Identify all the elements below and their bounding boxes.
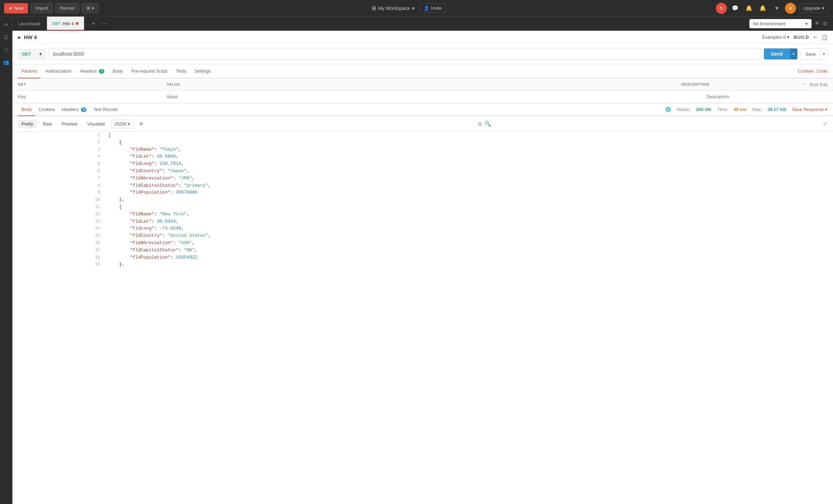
authorization-tab[interactable]: Authorization bbox=[42, 64, 75, 78]
filter-button[interactable]: ≡ bbox=[136, 119, 146, 129]
tests-tab[interactable]: Tests bbox=[172, 64, 189, 78]
line-content: "fldLat": 35.6850, bbox=[105, 153, 833, 160]
bulk-edit-button[interactable]: Bulk Edit bbox=[810, 82, 827, 87]
workspace-chevron-icon: ▾ bbox=[412, 6, 414, 11]
save-response-label: Save Response bbox=[792, 107, 824, 112]
line-number: 6 bbox=[12, 168, 105, 175]
line-content: "fldAbreviation": "JPN", bbox=[105, 175, 833, 182]
cookies-link[interactable]: Cookies bbox=[798, 68, 814, 74]
collapse-button[interactable]: ▶ bbox=[18, 35, 21, 40]
url-bar: GET ▾ Send ▾ Save ▾ bbox=[12, 44, 833, 64]
launchpad-tab[interactable]: Launchpad bbox=[12, 17, 47, 30]
save-response-button[interactable]: Save Response ▾ bbox=[792, 107, 827, 112]
params-more-button[interactable]: ··· bbox=[802, 81, 807, 87]
code-line: 14 "fldLong": -73.9249, bbox=[12, 225, 833, 232]
sidebar-users-icon[interactable]: 👥 bbox=[1, 57, 12, 68]
line-number: 10 bbox=[12, 196, 105, 204]
preview-button[interactable]: Preview bbox=[58, 120, 81, 128]
workspace-center: ⊞ My Workspace ▾ 👤 Invite bbox=[101, 3, 713, 13]
line-number: 1 bbox=[12, 132, 105, 139]
response-headers-tab[interactable]: Headers 4 bbox=[58, 103, 90, 116]
search-button[interactable]: 🔍 bbox=[485, 121, 491, 127]
line-content: "fldLat": 40.6943, bbox=[105, 218, 833, 225]
response-body-tab[interactable]: Body bbox=[18, 103, 35, 116]
value-header: VALUE bbox=[167, 82, 681, 86]
env-select[interactable]: No Environment ▾ bbox=[749, 19, 812, 28]
params-tab[interactable]: Params bbox=[18, 64, 40, 78]
status-label: Status: bbox=[676, 107, 690, 112]
save-button[interactable]: Save bbox=[800, 48, 821, 60]
send-button[interactable]: Send bbox=[764, 48, 789, 59]
runner-button[interactable]: Runner bbox=[55, 3, 79, 13]
visualize-button[interactable]: Visualize bbox=[84, 120, 109, 128]
prerequest-tab[interactable]: Pre-request Script bbox=[128, 64, 171, 78]
sidebar-history-icon[interactable]: ⟳ bbox=[1, 19, 12, 30]
add-tab-button[interactable]: + bbox=[88, 19, 98, 28]
sidebar-collections-icon[interactable]: ☰ bbox=[1, 32, 12, 43]
raw-button[interactable]: Raw bbox=[39, 120, 55, 128]
sidebar-environments-icon[interactable]: ◻ bbox=[1, 44, 12, 55]
main-layout: ⟳ ☰ ◻ 👥 Launchpad GET HW 4 + ··· bbox=[0, 17, 833, 504]
req-tab-right: Cookies Code bbox=[798, 68, 827, 74]
settings-tab[interactable]: Settings bbox=[191, 64, 214, 78]
new-button[interactable]: + New bbox=[4, 3, 28, 13]
desc-header: DESCRIPTION bbox=[681, 82, 802, 86]
workspace-label: My Workspace bbox=[378, 6, 410, 11]
line-content: }, bbox=[105, 261, 833, 268]
test-results-tab[interactable]: Test Results bbox=[90, 103, 121, 116]
comments-button[interactable]: 💬 bbox=[730, 3, 741, 14]
notes-button[interactable]: 📋 bbox=[822, 35, 827, 40]
desc-input[interactable] bbox=[706, 93, 827, 100]
workspace-button[interactable]: ⊞ My Workspace ▾ bbox=[369, 3, 417, 13]
notifications-button[interactable]: 🔔 bbox=[743, 3, 755, 14]
response-cookies-tab[interactable]: Cookies bbox=[35, 103, 58, 116]
avatar-button[interactable]: U bbox=[785, 3, 796, 14]
alerts-button[interactable]: 🔔 bbox=[757, 3, 768, 14]
headers-tab[interactable]: Headers 6 bbox=[76, 64, 108, 78]
copy-button[interactable]: ⧉ bbox=[478, 121, 482, 127]
invite-button[interactable]: 👤 Invite bbox=[420, 3, 446, 13]
send-dropdown-button[interactable]: ▾ bbox=[789, 48, 797, 59]
value-input[interactable] bbox=[167, 93, 706, 100]
url-input[interactable] bbox=[48, 48, 761, 60]
collection-button[interactable]: ⊞ ▾ bbox=[82, 3, 99, 13]
save-dropdown-button[interactable]: ▾ bbox=[821, 48, 827, 60]
code-area[interactable]: 1 [ 2 { 3 "fldName": "Tokyo", 4 "fldLat"… bbox=[12, 132, 833, 504]
collection-icon: ⊞ bbox=[86, 6, 90, 11]
env-eye-button[interactable]: 👁 bbox=[814, 20, 820, 27]
pretty-button[interactable]: Pretty bbox=[18, 120, 37, 128]
env-settings-button[interactable]: ⚙ bbox=[823, 20, 827, 27]
upgrade-button[interactable]: Upgrade ▾ bbox=[799, 3, 829, 13]
key-input[interactable] bbox=[18, 93, 167, 100]
code-line: 13 "fldLat": 40.6943, bbox=[12, 218, 833, 225]
import-button[interactable]: Import bbox=[31, 3, 53, 13]
collapse-response-button[interactable]: ⤢ bbox=[823, 121, 827, 127]
format-chevron-icon: ▾ bbox=[128, 121, 130, 127]
line-content: "fldLong": 139.7514, bbox=[105, 160, 833, 168]
method-select[interactable]: GET ▾ bbox=[18, 49, 46, 59]
build-button[interactable]: BUILD bbox=[794, 35, 809, 40]
code-line: 3 "fldName": "Tokyo", bbox=[12, 146, 833, 153]
code-line: 18 "fldPopulation": 19354922 bbox=[12, 254, 833, 261]
body-tab[interactable]: Body bbox=[109, 64, 127, 78]
status-globe-icon: 🌐 bbox=[665, 107, 671, 112]
code-line: 7 "fldAbreviation": "JPN", bbox=[12, 175, 833, 182]
line-number: 8 bbox=[12, 182, 105, 189]
upgrade-label: Upgrade bbox=[803, 6, 821, 11]
favorites-button[interactable]: ♥ bbox=[771, 3, 782, 14]
line-content: { bbox=[105, 139, 833, 146]
code-line: 12 "fldName": "New York", bbox=[12, 211, 833, 218]
format-select[interactable]: JSON ▾ bbox=[111, 120, 133, 128]
line-content: [ bbox=[105, 132, 833, 139]
response-status: 🌐 Status: 200 OK Time: 45 ms Size: 39.17… bbox=[665, 107, 827, 112]
examples-button[interactable]: Examples 0 ▾ bbox=[762, 35, 789, 40]
line-content: "fldCapitalStatus": "primary", bbox=[105, 182, 833, 189]
line-number: 5 bbox=[12, 160, 105, 168]
hw4-tab[interactable]: GET HW 4 bbox=[47, 17, 84, 30]
line-number: 11 bbox=[12, 204, 105, 211]
sync-button[interactable]: ↻ bbox=[716, 3, 727, 14]
left-sidebar: ⟳ ☰ ◻ 👥 bbox=[0, 17, 12, 504]
more-tabs-button[interactable]: ··· bbox=[100, 19, 109, 28]
edit-button[interactable]: ✏ bbox=[813, 35, 817, 40]
code-link[interactable]: Code bbox=[817, 68, 827, 74]
